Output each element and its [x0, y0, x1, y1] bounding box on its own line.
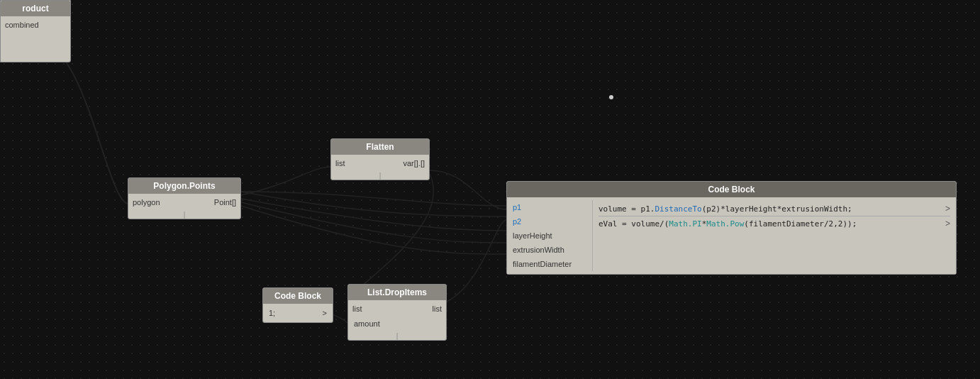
polygon-output-port: Point[]: [214, 197, 236, 208]
list-drop-indicator: |: [348, 332, 446, 340]
code-line-2: eVal = volume/(Math.PI*Math.Pow(filament…: [598, 216, 950, 231]
polygon-indicator: |: [128, 211, 240, 219]
polygon-input-port: polygon: [133, 197, 160, 208]
cb-port-layerheight: layerHeight: [513, 230, 586, 241]
code-line-1: volume = p1.DistanceTo(p2)*layerHeight*e…: [598, 202, 950, 216]
code-arrow-2: >: [945, 219, 950, 229]
flatten-body: list var[].[]: [331, 155, 429, 172]
flatten-header: Flatten: [331, 139, 429, 155]
list-drop-input-port: list: [352, 303, 362, 314]
flatten-indicator: |: [331, 172, 429, 180]
cb-port-filamentdiameter: filamentDiameter: [513, 258, 586, 270]
code-block-small-header: Code Block: [263, 288, 333, 304]
list-drop-amount-port: amount: [354, 318, 380, 329]
product-node[interactable]: roduct combined: [0, 0, 71, 62]
flatten-output-port: var[].[]: [403, 158, 425, 169]
code-block-large-code: volume = p1.DistanceTo(p2)*layerHeight*e…: [593, 197, 956, 274]
polygon-points-header: Polygon.Points: [128, 178, 240, 194]
code-block-large-ports: p1 p2 layerHeight extrusionWidth filamen…: [507, 197, 592, 274]
code-block-small-arrow: >: [323, 307, 327, 319]
product-port-combined: combined: [5, 19, 66, 31]
code-arrow-1: >: [945, 204, 950, 214]
list-drop-items-header: List.DropItems: [348, 285, 446, 300]
code-block-large-header: Code Block: [507, 182, 956, 197]
code-text-2: eVal = volume/(Math.PI*Math.Pow(filament…: [598, 219, 936, 229]
code-block-large-body: p1 p2 layerHeight extrusionWidth filamen…: [507, 197, 956, 274]
list-drop-output-port: list: [433, 303, 442, 314]
polygon-points-node[interactable]: Polygon.Points polygon Point[] |: [128, 177, 241, 219]
list-drop-items-body: list list: [348, 300, 446, 317]
code-block-large-node[interactable]: Code Block p1 p2 layerHeight extrusionWi…: [506, 181, 957, 275]
code-block-small-node[interactable]: Code Block 1; >: [262, 287, 333, 323]
cb-port-p2: p2: [513, 216, 586, 227]
list-drop-items-node[interactable]: List.DropItems list list amount |: [347, 284, 447, 341]
polygon-points-body: polygon Point[]: [128, 194, 240, 211]
flatten-node[interactable]: Flatten list var[].[] |: [330, 138, 430, 180]
flatten-input-port: list: [335, 158, 345, 169]
code-block-small-value: 1;: [269, 307, 275, 319]
product-node-header: roduct: [1, 1, 70, 16]
cb-port-p1: p1: [513, 202, 586, 213]
code-text-1: volume = p1.DistanceTo(p2)*layerHeight*e…: [598, 204, 936, 214]
cb-port-extrusionwidth: extrusionWidth: [513, 244, 586, 256]
